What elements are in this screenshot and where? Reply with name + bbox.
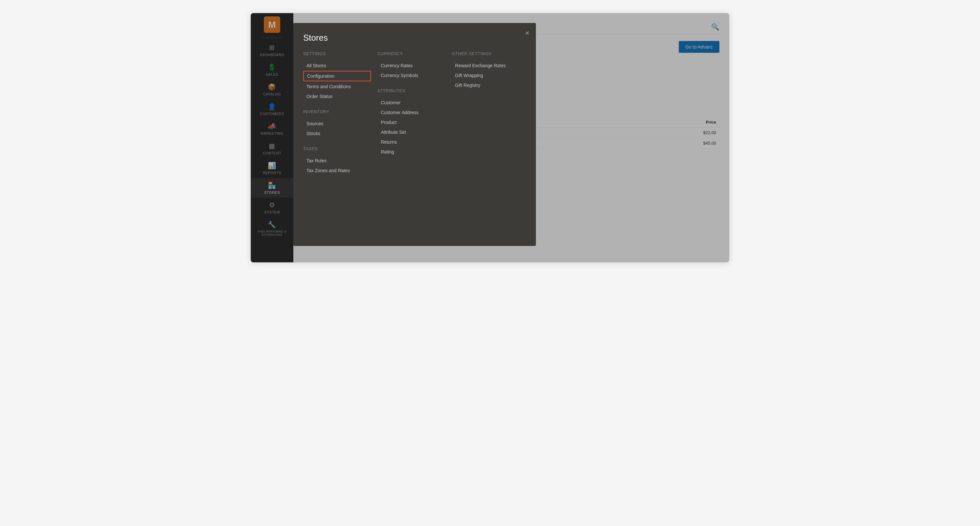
currency-symbols-link[interactable]: Currency Symbols — [377, 71, 445, 80]
rating-link[interactable]: Rating — [377, 147, 445, 156]
configuration-link[interactable]: Configuration — [303, 71, 371, 81]
all-stores-link[interactable]: All Stores — [303, 61, 371, 70]
attributes-section: Attributes Customer Customer Address Pro… — [377, 88, 445, 156]
gift-wrapping-link[interactable]: Gift Wrapping — [452, 71, 520, 80]
inventory-title: Inventory — [303, 109, 371, 114]
sources-link[interactable]: Sources — [303, 119, 371, 128]
settings-title: Settings — [303, 51, 371, 56]
gift-registry-link[interactable]: Gift Registry — [452, 81, 520, 90]
customer-attr-link[interactable]: Customer — [377, 98, 445, 107]
app-wrapper: M ⊞ DASHBOARD 💲 SALES 📦 CATALOG 👤 CUSTOM… — [251, 13, 729, 262]
tax-rules-link[interactable]: Tax Rules — [303, 156, 371, 165]
tax-zones-rates-link[interactable]: Tax Zones and Rates — [303, 166, 371, 175]
order-status-link[interactable]: Order Status — [303, 92, 371, 101]
modal-column-1: Settings All Stores Configuration Terms … — [303, 51, 377, 183]
reward-exchange-rates-link[interactable]: Reward Exchange Rates — [452, 61, 520, 70]
terms-conditions-link[interactable]: Terms and Conditions — [303, 82, 371, 91]
currency-rates-link[interactable]: Currency Rates — [377, 61, 445, 70]
settings-section: Settings All Stores Configuration Terms … — [303, 51, 371, 101]
stocks-link[interactable]: Stocks — [303, 129, 371, 138]
currency-title: Currency — [377, 51, 445, 56]
taxes-title: Taxes — [303, 146, 371, 151]
taxes-section: Taxes Tax Rules Tax Zones and Rates — [303, 146, 371, 175]
stores-modal: Stores × Settings All Stores Configurati… — [293, 23, 536, 246]
modal-overlay[interactable]: Stores × Settings All Stores Configurati… — [251, 13, 729, 262]
modal-close-button[interactable]: × — [525, 30, 529, 37]
inventory-section: Inventory Sources Stocks — [303, 109, 371, 138]
modal-column-2: Currency Currency Rates Currency Symbols… — [377, 51, 452, 183]
returns-link[interactable]: Returns — [377, 137, 445, 147]
other-settings-section: Other Settings Reward Exchange Rates Gif… — [452, 51, 520, 90]
currency-section: Currency Currency Rates Currency Symbols — [377, 51, 445, 80]
modal-column-3: Other Settings Reward Exchange Rates Gif… — [452, 51, 526, 183]
customer-address-link[interactable]: Customer Address — [377, 108, 445, 117]
product-attr-link[interactable]: Product — [377, 118, 445, 127]
modal-title: Stores — [303, 33, 526, 43]
attributes-title: Attributes — [377, 88, 445, 93]
other-settings-title: Other Settings — [452, 51, 520, 56]
attribute-set-link[interactable]: Attribute Set — [377, 128, 445, 137]
modal-columns: Settings All Stores Configuration Terms … — [303, 51, 526, 183]
